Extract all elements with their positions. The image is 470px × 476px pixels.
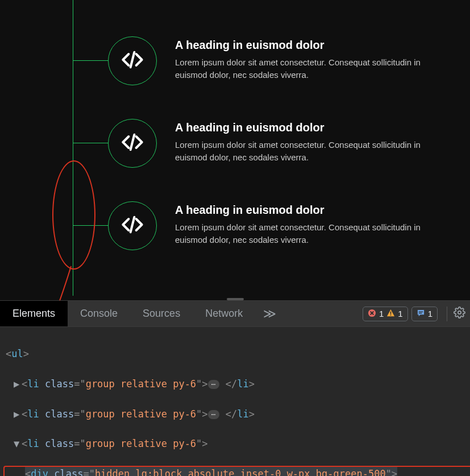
timeline-item: A heading in euismod dolor Lorem ipsum d… <box>73 19 470 102</box>
message-icon <box>417 309 425 319</box>
timeline-body: Lorem ipsum dolor sit amet consectetur. … <box>175 56 448 81</box>
svg-point-8 <box>457 311 460 314</box>
tabs-overflow-button[interactable]: ≫ <box>255 307 284 321</box>
devtools-resize-handle[interactable] <box>227 298 244 300</box>
code-icon <box>121 213 144 238</box>
error-icon <box>368 309 376 319</box>
svg-rect-7 <box>418 313 422 313</box>
tab-sources[interactable]: Sources <box>130 301 193 326</box>
dom-attr-value: group relative py-6 <box>86 408 196 420</box>
errors-count: 1 <box>379 309 384 318</box>
messages-badge[interactable]: 1 <box>411 307 438 321</box>
timeline-body: Lorem ipsum dolor sit amet consectetur. … <box>175 221 448 246</box>
svg-line-0 <box>131 52 135 68</box>
gear-icon <box>454 307 465 321</box>
timeline-body: Lorem ipsum dolor sit amet consectetur. … <box>175 139 448 164</box>
warning-icon <box>386 309 395 319</box>
tab-console[interactable]: Console <box>68 301 130 326</box>
dom-attr: class <box>54 468 83 476</box>
status-badges: 1 1 1 <box>363 307 442 321</box>
timeline-node <box>108 201 157 250</box>
settings-button[interactable] <box>452 307 467 321</box>
tab-network[interactable]: Network <box>193 301 255 326</box>
timeline-connector <box>73 225 108 226</box>
svg-rect-6 <box>418 311 423 312</box>
page-preview: A heading in euismod dolor Lorem ipsum d… <box>0 0 470 300</box>
code-icon <box>121 48 144 73</box>
timeline-heading: A heading in euismod dolor <box>175 121 448 134</box>
timeline-heading: A heading in euismod dolor <box>175 39 448 52</box>
svg-rect-5 <box>390 314 392 316</box>
collapsed-icon[interactable]: ⋯ <box>208 380 220 389</box>
divider <box>447 307 447 321</box>
collapsed-icon[interactable]: ⋯ <box>208 410 220 419</box>
timeline-node <box>108 119 157 168</box>
devtools-panel: Elements Console Sources Network ≫ 1 1 1… <box>0 300 470 476</box>
dom-attr: class <box>45 408 74 420</box>
tab-elements[interactable]: Elements <box>0 301 68 326</box>
dom-selected-line[interactable]: <div class="hidden lg:block absolute ins… <box>6 466 464 476</box>
svg-rect-4 <box>390 311 392 314</box>
dom-attr: class <box>45 378 74 390</box>
svg-line-1 <box>131 135 135 150</box>
timeline-connector <box>73 143 108 143</box>
dom-attr-value: group relative py-6 <box>86 378 196 390</box>
timeline-item: A heading in euismod dolor Lorem ipsum d… <box>73 184 470 267</box>
dom-attr-value: group relative py-6 <box>86 438 196 449</box>
dom-tree[interactable]: <ul> ▶<li class="group relative py-6">⋯ … <box>0 327 470 476</box>
timeline-heading: A heading in euismod dolor <box>175 204 448 217</box>
svg-line-2 <box>131 217 135 233</box>
code-icon <box>121 131 144 156</box>
messages-count: 1 <box>428 309 432 318</box>
timeline-node <box>108 36 157 85</box>
timeline: A heading in euismod dolor Lorem ipsum d… <box>73 0 470 247</box>
warnings-count: 1 <box>398 309 402 318</box>
dom-attr-value: hidden lg:block absolute inset-0 w-px bg… <box>95 468 386 476</box>
dom-attr: class <box>45 438 74 449</box>
timeline-item: A heading in euismod dolor Lorem ipsum d… <box>73 102 470 184</box>
errors-badge[interactable]: 1 1 <box>363 307 408 321</box>
timeline-connector <box>73 60 108 61</box>
devtools-tabs: Elements Console Sources Network ≫ 1 1 1 <box>0 301 470 327</box>
